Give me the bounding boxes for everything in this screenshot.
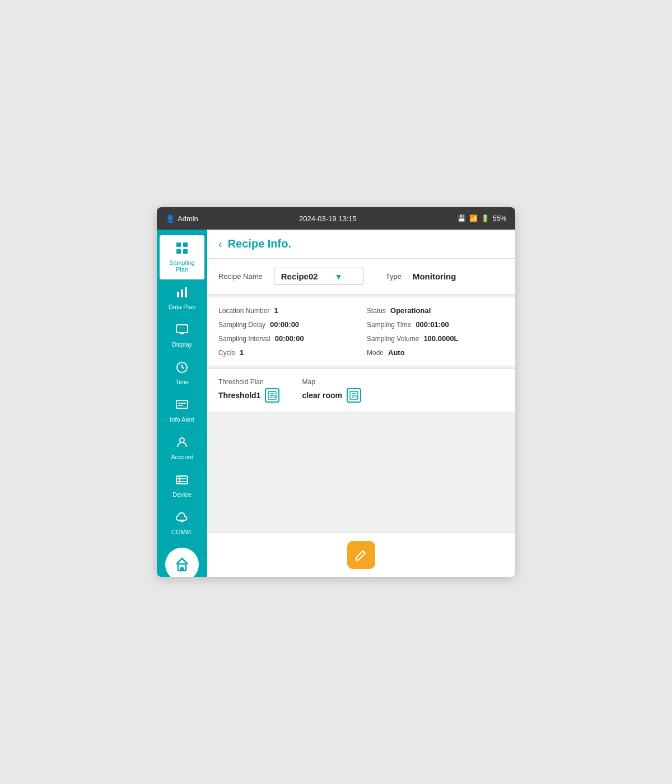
sampling-interval-value: 00:00:00 [275,334,304,343]
sidebar-label-data-plan: Data Plan [169,304,195,310]
main-layout: Sampling Plan Data Plan [157,230,515,577]
sidebar-item-data-plan[interactable]: Data Plan [157,279,207,317]
content-spacer [207,412,515,533]
clock-icon [176,361,188,376]
cycle-label: Cycle [218,349,235,357]
sampling-delay-label: Sampling Delay [218,321,265,329]
grid-icon [176,242,188,257]
sidebar-item-comm[interactable]: COMM. [157,505,207,542]
info-grid: Location Number 1 Status Operational Sam… [218,306,504,357]
type-value: Monitoring [413,272,456,281]
svg-rect-1 [183,242,188,247]
sidebar-label-display: Display [172,341,192,348]
svg-rect-0 [176,242,181,247]
status-value: Operational [390,306,431,315]
recipe-row: Recipe Name Recipe02 ▼ Type Monitoring [207,259,515,295]
svg-rect-7 [176,325,188,333]
status-row: Status Operational [367,306,504,315]
cycle-value: 1 [240,348,244,357]
sampling-interval-row: Sampling Interval 00:00:00 [218,334,356,343]
info-section: Location Number 1 Status Operational Sam… [207,297,515,366]
edit-button[interactable] [347,541,375,569]
header-status: 💾 📶 🔋 55% [458,214,506,222]
svg-rect-22 [180,567,184,571]
save-icon: 💾 [458,214,466,222]
user-icon: 👤 [166,214,175,223]
map-value: clear room [302,391,342,400]
svg-point-16 [180,438,184,442]
recipe-name-label: Recipe Name [218,272,263,281]
type-label: Type [386,272,402,281]
sampling-time-label: Sampling Time [367,321,411,329]
header-user: 👤 Admin [166,214,198,223]
sidebar-label-sampling-plan: Sampling Plan [162,259,202,273]
sampling-time-row: Sampling Time 000:01:00 [367,320,504,329]
monitor-icon [176,324,188,339]
home-icon [174,556,190,573]
sampling-volume-label: Sampling Volume [367,335,419,343]
sidebar-bottom [157,542,207,577]
threshold-plan-row: Threshold1 [218,388,279,403]
datetime-label: 2024-03-19 13:15 [299,214,357,223]
sidebar-item-time[interactable]: Time [157,354,207,392]
sidebar-label-info-alert: Info Alert [170,416,194,423]
svg-rect-5 [181,290,183,297]
sampling-delay-value: 00:00:00 [270,320,299,329]
content-header: ‹ Recipe Info. [207,230,515,259]
device-icon [176,474,188,489]
svg-rect-4 [177,292,179,297]
sidebar-item-display[interactable]: Display [157,317,207,354]
back-button[interactable]: ‹ [218,237,222,250]
sidebar-label-time: Time [175,379,189,385]
svg-rect-2 [176,249,181,254]
account-icon [176,436,188,451]
recipe-value: Recipe02 [281,272,318,281]
sidebar-label-account: Account [171,454,193,460]
threshold-grid: Threshold Plan Threshold1 [218,378,504,403]
map-row: clear room [302,388,361,403]
battery-icon: 🔋 [481,214,489,222]
page-title: Recipe Info. [228,237,291,250]
cycle-row: Cycle 1 [218,348,356,357]
mode-value: Auto [388,348,405,357]
svg-rect-6 [185,287,187,297]
threshold-plan-value: Threshold1 [218,391,260,400]
signal-icon: 📶 [469,214,478,222]
location-number-value: 1 [274,306,278,315]
sidebar-label-device: Device [172,491,192,498]
home-button[interactable] [165,548,199,577]
threshold-plan-label: Threshold Plan [218,378,279,386]
content-area: ‹ Recipe Info. Recipe Name Recipe02 ▼ Ty… [207,230,515,577]
sidebar-item-device[interactable]: Device [157,467,207,505]
sidebar-item-info-alert[interactable]: Info Alert [157,392,207,430]
svg-line-12 [182,367,184,368]
svg-rect-13 [176,400,188,408]
threshold-section: Threshold Plan Threshold1 [207,368,515,412]
username-label: Admin [178,214,198,223]
header-datetime: 2024-03-19 13:15 [299,214,357,223]
mode-row: Mode Auto [367,348,504,357]
map-col: Map clear room [302,378,361,403]
cloud-icon [176,511,188,526]
chevron-down-icon: ▼ [335,272,343,281]
svg-rect-3 [183,249,188,254]
sidebar-item-account[interactable]: Account [157,430,207,467]
sampling-delay-row: Sampling Delay 00:00:00 [218,320,356,329]
bottom-bar [207,533,515,577]
map-label: Map [302,378,361,386]
location-number-row: Location Number 1 [218,306,356,315]
sampling-volume-row: Sampling Volume 100.0000L [367,334,504,343]
recipe-dropdown[interactable]: Recipe02 ▼ [274,268,363,285]
view-threshold-button[interactable] [265,388,279,403]
battery-label: 55% [493,214,506,222]
sidebar: Sampling Plan Data Plan [157,230,207,577]
edit-icon [354,548,368,562]
sidebar-item-sampling-plan[interactable]: Sampling Plan [160,235,204,279]
sampling-time-value: 000:01:00 [416,320,449,329]
location-number-label: Location Number [218,307,269,315]
threshold-plan-col: Threshold Plan Threshold1 [218,378,279,403]
sampling-volume-value: 100.0000L [423,334,458,343]
view-map-button[interactable] [347,388,361,403]
sampling-interval-label: Sampling Interval [218,335,270,343]
sidebar-label-comm: COMM. [171,529,193,535]
